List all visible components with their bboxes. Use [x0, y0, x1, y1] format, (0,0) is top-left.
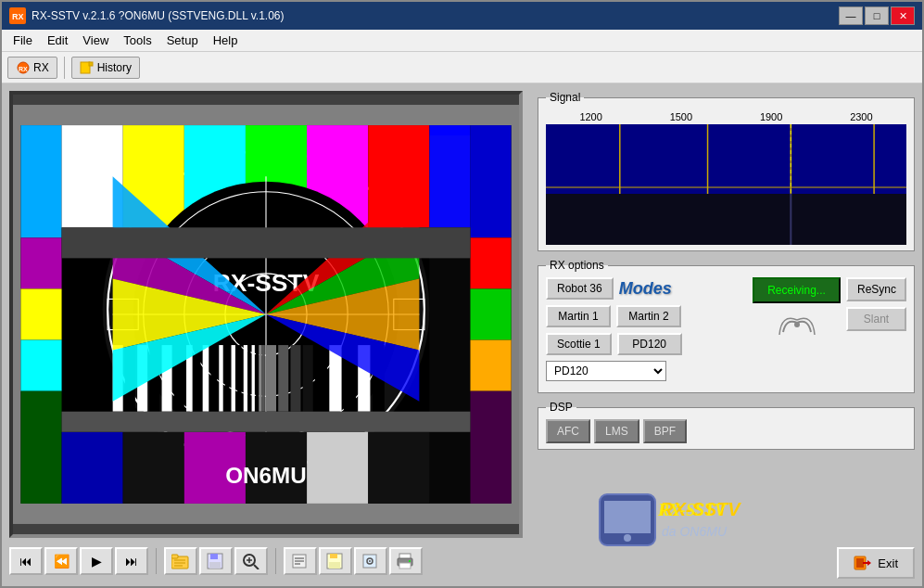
svg-rect-104 — [330, 554, 337, 558]
first-button[interactable]: ⏮ — [9, 547, 43, 575]
last-button[interactable]: ⏭ — [115, 547, 148, 575]
menu-bar: File Edit View Tools Setup Help — [2, 30, 922, 52]
menu-tools[interactable]: Tools — [116, 32, 158, 49]
controls-separator-1 — [156, 548, 157, 574]
zoom-icon — [242, 553, 260, 569]
svg-rect-14 — [20, 391, 61, 504]
exit-label: Exit — [878, 556, 898, 570]
print-button[interactable] — [389, 547, 423, 575]
antenna-icon — [774, 309, 820, 341]
dsp-legend: DSP — [546, 401, 576, 414]
close-button[interactable]: ✕ — [891, 6, 915, 25]
receiving-group: Receiving... — [753, 277, 841, 341]
svg-rect-61 — [290, 345, 300, 412]
martin1-button[interactable]: Martin 1 — [546, 305, 611, 327]
svg-rect-58 — [262, 345, 265, 412]
svg-line-96 — [254, 565, 259, 569]
print-icon — [397, 553, 415, 569]
afc-button[interactable]: AFC — [546, 419, 590, 443]
settings-button[interactable] — [354, 547, 387, 575]
svg-rect-86 — [62, 412, 471, 432]
signal-fieldset: Signal 1200 1500 1900 2300 — [538, 91, 915, 251]
resync-slant-group: ReSync Slant — [846, 277, 906, 341]
zoom-button[interactable] — [234, 547, 268, 575]
receiving-button[interactable]: Receiving... — [753, 277, 841, 303]
svg-rect-17 — [470, 288, 511, 339]
settings-icon — [361, 553, 380, 569]
open-folder-button[interactable] — [164, 547, 197, 575]
menu-edit[interactable]: Edit — [40, 32, 75, 49]
svg-rect-77 — [123, 432, 184, 504]
extra-controls — [284, 547, 423, 575]
scottie1-button[interactable]: Scottie 1 — [546, 333, 612, 355]
menu-view[interactable]: View — [75, 32, 116, 49]
bpf-button[interactable]: BPF — [643, 419, 687, 443]
robot36-button[interactable]: Robot 36 — [546, 277, 614, 300]
main-content: RX-SSTV — [2, 83, 922, 586]
list-button[interactable] — [284, 547, 317, 575]
svg-rect-48 — [210, 345, 217, 412]
modes-row-1: Robot 36 Modes — [546, 277, 745, 300]
signal-display — [546, 124, 906, 245]
lms-button[interactable]: LMS — [594, 419, 639, 443]
svg-rect-19 — [470, 391, 511, 504]
resync-button[interactable]: ReSync — [846, 277, 906, 301]
svg-rect-12 — [20, 288, 61, 339]
exit-button[interactable]: Exit — [837, 547, 915, 579]
save2-icon — [326, 553, 345, 569]
rx-right-top: Receiving... — [753, 277, 906, 341]
menu-help[interactable]: Help — [206, 32, 246, 49]
modes-label: Modes — [619, 279, 672, 299]
svg-rect-80 — [307, 432, 368, 504]
svg-rect-18 — [470, 340, 511, 391]
mode-dropdown[interactable]: PD120 Robot 36 Martin 1 Martin 2 Scottie… — [546, 361, 666, 381]
app-icon: RX — [9, 7, 26, 24]
slant-button[interactable]: Slant — [846, 307, 906, 331]
file-controls — [164, 547, 268, 575]
svg-rect-15 — [470, 125, 511, 237]
svg-rect-63 — [315, 345, 327, 412]
play-button[interactable]: ▶ — [80, 547, 113, 575]
menu-setup[interactable]: Setup — [159, 32, 206, 49]
window-title: RX-SSTV v.2.1.6 ?ON6MU (SSTVENG.DLL v.1.… — [32, 9, 839, 22]
history-button[interactable]: History — [71, 57, 140, 79]
history-label: History — [97, 61, 132, 74]
signal-svg — [546, 124, 906, 245]
logo-area: RX-SSTV da ON6MU RX-SSTV — [538, 490, 837, 550]
freq-2300: 2300 — [850, 111, 872, 122]
maximize-button[interactable]: □ — [865, 6, 889, 25]
minimize-button[interactable]: — — [839, 6, 863, 25]
menu-file[interactable]: File — [6, 32, 40, 49]
window-controls: — □ ✕ — [839, 6, 915, 25]
modes-row-3: Scottie 1 PD120 — [546, 333, 745, 355]
main-window: RX RX-SSTV v.2.1.6 ?ON6MU (SSTVENG.DLL v… — [0, 0, 924, 588]
save-icon — [207, 553, 225, 569]
toolbar-separator — [64, 57, 65, 79]
svg-rect-93 — [210, 554, 218, 559]
svg-rect-105 — [329, 562, 340, 569]
pd120-button[interactable]: PD120 — [617, 333, 682, 355]
svg-rect-47 — [203, 345, 209, 412]
save2-button[interactable] — [319, 547, 352, 575]
nav-controls: ⏮ ⏪ ▶ ⏭ — [9, 547, 148, 575]
rx-options-row: Robot 36 Modes Martin 1 Martin 2 Scottie… — [546, 277, 906, 387]
svg-rect-76 — [62, 432, 123, 504]
freq-1500: 1500 — [670, 111, 692, 122]
right-panel: Signal 1200 1500 1900 2300 — [530, 83, 922, 586]
rx-button[interactable]: RX RX — [7, 57, 57, 79]
save-button[interactable] — [199, 547, 233, 575]
svg-text:ON6MU: ON6MU — [225, 463, 307, 488]
rx-right-panel: Receiving... — [753, 277, 906, 341]
prev-button[interactable]: ⏪ — [44, 547, 78, 575]
rx-icon: RX — [16, 60, 31, 75]
dropdown-row: PD120 Robot 36 Martin 1 Martin 2 Scottie… — [546, 361, 745, 381]
svg-rect-13 — [20, 340, 61, 391]
svg-rect-82 — [429, 135, 470, 504]
freq-labels: 1200 1500 1900 2300 — [546, 109, 906, 124]
martin2-button[interactable]: Martin 2 — [616, 305, 681, 327]
svg-rect-50 — [225, 345, 229, 412]
svg-rect-11 — [20, 237, 61, 288]
modes-row-2: Martin 1 Martin 2 — [546, 305, 745, 327]
open-folder-icon — [171, 553, 190, 569]
svg-rect-52 — [237, 345, 241, 412]
